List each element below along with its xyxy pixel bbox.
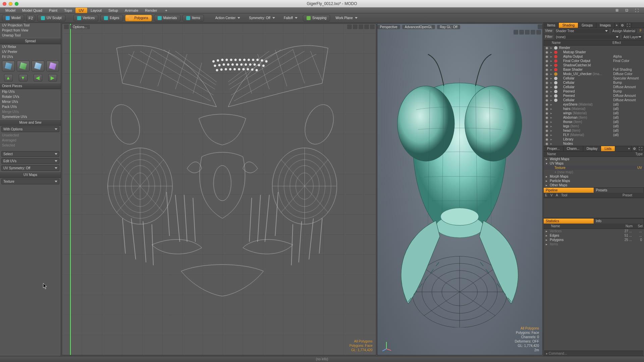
- workplane-dropdown[interactable]: Work Plane: [332, 15, 361, 21]
- help-f-icon[interactable]: F: [639, 29, 643, 33]
- shader-tree-row[interactable]: ◉▸legs (Item)(all): [544, 124, 644, 128]
- menubar-extra-3-icon[interactable]: ⛶: [632, 8, 642, 13]
- vertex-maps-list[interactable]: ▸Weight Maps▾UV MapsTextureUV+ (new map)…: [544, 157, 644, 187]
- select-items-button[interactable]: Items: [182, 15, 204, 21]
- viewport-nav-2-icon[interactable]: [519, 30, 524, 35]
- tool-project-from-view[interactable]: Project from View: [0, 28, 61, 33]
- visibility-toggle-icon[interactable]: ◉: [544, 142, 549, 145]
- shader-tree-row[interactable]: ◉▸Modo_UV_checker (Ima...Diffuse Color: [544, 72, 644, 76]
- uv-symmetry-dropdown[interactable]: UV Symmetry: Off: [1, 165, 59, 171]
- expand-toggle-icon[interactable]: ▸: [546, 179, 550, 183]
- visibility-toggle-icon[interactable]: ◉: [544, 89, 549, 93]
- layout-tab-uv[interactable]: UV: [75, 8, 87, 13]
- assign-material-button[interactable]: Assign Material: [611, 29, 637, 33]
- visibility-toggle-icon[interactable]: ◉: [544, 94, 549, 98]
- shader-tree-dropdown[interactable]: Shader Tree: [554, 29, 609, 33]
- add-layer-dropdown[interactable]: Add Layer: [622, 35, 643, 39]
- shader-tree-row[interactable]: ◉▸CellularBump: [544, 80, 644, 85]
- viewport-nav-2-icon[interactable]: [353, 24, 358, 29]
- shader-tree-row[interactable]: ◉▸ShadowCatcher.lxl: [544, 63, 644, 67]
- projection-type-2-button[interactable]: [17, 61, 30, 71]
- arrow-up-button[interactable]: ▲: [4, 74, 13, 81]
- tab-items[interactable]: Items: [544, 23, 559, 28]
- tab-pipeline[interactable]: Pipeline: [544, 188, 594, 193]
- expand-toggle-icon[interactable]: ▸: [549, 89, 553, 93]
- layout-tab-model-quad[interactable]: Model Quad: [19, 8, 46, 13]
- tab-shading[interactable]: Shading: [559, 23, 578, 28]
- with-options-dropdown[interactable]: With Options: [1, 126, 59, 132]
- layout-tab-animate[interactable]: Animate: [121, 8, 142, 13]
- viewport-nav-4-icon[interactable]: [531, 30, 535, 35]
- panel-maximize-icon[interactable]: ⛶: [626, 23, 632, 28]
- shader-tree-row[interactable]: ◉▸thorax (Item)(all): [544, 120, 644, 124]
- tab-lists[interactable]: Lists: [601, 146, 615, 151]
- close-window-button[interactable]: [3, 2, 6, 6]
- arrow-right-button[interactable]: ▶: [48, 74, 57, 81]
- map-group[interactable]: ▸Weight Maps: [544, 157, 644, 161]
- tab-properties[interactable]: Proper...: [544, 146, 564, 151]
- tool-rotate-uvs[interactable]: Rotate UVs: [0, 94, 61, 99]
- expand-toggle-icon[interactable]: ▸: [549, 111, 553, 115]
- visibility-toggle-icon[interactable]: ◉: [544, 137, 549, 141]
- move-sew-selected[interactable]: Selected: [0, 143, 61, 148]
- visibility-toggle-icon[interactable]: ◉: [544, 76, 549, 80]
- falloff-dropdown[interactable]: Falloff: [280, 15, 301, 21]
- snapping-toggle[interactable]: Snapping: [303, 15, 330, 21]
- add-tab-button[interactable]: +: [614, 23, 620, 28]
- action-center-dropdown[interactable]: Action Center: [212, 15, 244, 21]
- move-sew-averaged[interactable]: Averaged: [0, 138, 61, 143]
- shader-tree-row[interactable]: ◉▸eyeShere (Material)(all): [544, 102, 644, 107]
- f2-button[interactable]: F2: [26, 15, 35, 21]
- uv-viewport[interactable]: Options...: [62, 23, 376, 355]
- expand-toggle-icon[interactable]: ▸: [546, 175, 550, 178]
- command-input[interactable]: ▸ Command...: [544, 351, 643, 356]
- arrow-down-button[interactable]: ▼: [19, 74, 28, 81]
- shader-tree-row[interactable]: ◉▸PeenedBump: [544, 89, 644, 94]
- expand-toggle-icon[interactable]: ▸: [546, 157, 550, 161]
- tool-symmetrize-uvs[interactable]: Symmetrize UVs: [0, 114, 61, 119]
- shader-tree[interactable]: ◉▸Render◉▸Matcap Shader◉▸Alpha OutputAlp…: [544, 46, 644, 146]
- tool-pack-uvs[interactable]: Pack UVs: [0, 104, 61, 109]
- stats-row[interactable]: ▸Items: [544, 242, 644, 246]
- viewport-expand-icon[interactable]: [538, 24, 542, 29]
- expand-toggle-icon[interactable]: ▸: [546, 238, 550, 242]
- map-item[interactable]: TextureUV: [544, 166, 644, 170]
- panel-add-icon[interactable]: +: [627, 146, 632, 151]
- stats-row[interactable]: ▸Vertices27 ......: [544, 229, 644, 233]
- projection-type-4-button[interactable]: [46, 61, 59, 71]
- visibility-toggle-icon[interactable]: ◉: [544, 85, 549, 89]
- select-dropdown[interactable]: Select: [1, 151, 59, 157]
- expand-toggle-icon[interactable]: ▸: [549, 72, 553, 76]
- expand-toggle-icon[interactable]: ▸: [549, 124, 553, 128]
- expand-toggle-icon[interactable]: ▸: [549, 85, 553, 89]
- expand-toggle-icon[interactable]: ▸: [549, 63, 553, 67]
- layout-tab-topo[interactable]: Topo: [61, 8, 75, 13]
- tab-channels[interactable]: Chann...: [564, 146, 583, 151]
- expand-toggle-icon[interactable]: ▸: [549, 55, 553, 58]
- tool-fit-uvs[interactable]: Fit UVs: [0, 54, 61, 59]
- shader-tree-row[interactable]: ◉▸CellularDiffuse Amount: [544, 85, 644, 89]
- select-edges-button[interactable]: Edges: [100, 15, 123, 21]
- viewport-nav-5-icon[interactable]: [536, 30, 541, 35]
- tab-presets[interactable]: Presets: [594, 188, 644, 193]
- tab-info[interactable]: Info: [594, 219, 644, 224]
- shader-tree-row[interactable]: ◉▸wings (Material)(all): [544, 111, 644, 115]
- viewport-nav-1-icon[interactable]: [347, 24, 352, 29]
- expand-toggle-icon[interactable]: ▸: [549, 76, 553, 80]
- arrow-left-button[interactable]: ◀: [34, 74, 42, 81]
- symmetry-dropdown[interactable]: Symmetry: Off: [246, 15, 278, 21]
- layout-tab-setup[interactable]: Setup: [105, 8, 121, 13]
- viewport-nav-3-icon[interactable]: [525, 30, 530, 35]
- expand-toggle-icon[interactable]: ▸: [549, 59, 553, 63]
- visibility-toggle-icon[interactable]: ◉: [544, 55, 549, 58]
- visibility-toggle-icon[interactable]: ◉: [544, 107, 549, 111]
- tool-merge-uvs[interactable]: Merge UVs: [0, 109, 61, 114]
- uv-sculpt-button[interactable]: UV Sculpt: [37, 15, 65, 21]
- view-raygl-tab[interactable]: Ray GL: Off: [437, 25, 460, 29]
- shader-tree-row[interactable]: ◉▸Base ShaderFull Shading: [544, 67, 644, 72]
- expand-toggle-icon[interactable]: ▸: [549, 120, 553, 124]
- select-vertices-button[interactable]: Vertices: [73, 15, 99, 21]
- shader-tree-row[interactable]: ◉▸Alpha OutputAlpha: [544, 54, 644, 59]
- zoom-window-button[interactable]: [15, 2, 18, 6]
- menubar-extra-2-icon[interactable]: ⊡: [622, 7, 632, 13]
